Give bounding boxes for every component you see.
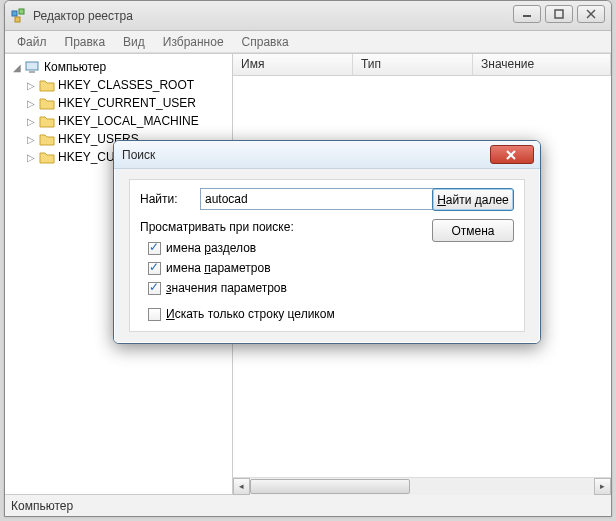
col-value[interactable]: Значение <box>473 54 611 75</box>
menu-file[interactable]: Файл <box>9 33 55 51</box>
folder-icon <box>39 131 55 147</box>
scroll-right-button[interactable]: ▸ <box>594 478 611 495</box>
collapse-icon[interactable]: ◢ <box>11 61 23 73</box>
statusbar: Компьютер <box>5 494 611 516</box>
find-next-button[interactable]: Найти далее <box>432 188 514 211</box>
maximize-button[interactable] <box>545 5 573 23</box>
scroll-thumb[interactable] <box>250 479 410 494</box>
tree-item[interactable]: ▷ HKEY_CURRENT_USER <box>7 94 230 112</box>
svg-rect-1 <box>19 9 24 14</box>
menu-help[interactable]: Справка <box>234 33 297 51</box>
folder-icon <box>39 149 55 165</box>
chk-values-label: имена параметров <box>166 261 271 275</box>
look-at-label: Просматривать при поиске: <box>140 220 430 234</box>
chk-keys[interactable] <box>148 242 161 255</box>
chk-whole-string[interactable] <box>148 308 161 321</box>
regedit-icon <box>11 8 27 24</box>
expand-icon[interactable]: ▷ <box>25 151 37 163</box>
look-at-group: Просматривать при поиске: имена разделов… <box>140 220 430 298</box>
computer-icon <box>25 59 41 75</box>
close-button[interactable] <box>577 5 605 23</box>
chk-data[interactable] <box>148 282 161 295</box>
find-label: Найти: <box>140 192 200 206</box>
scroll-left-button[interactable]: ◂ <box>233 478 250 495</box>
menu-view[interactable]: Вид <box>115 33 153 51</box>
menu-edit[interactable]: Правка <box>57 33 114 51</box>
statusbar-text: Компьютер <box>11 499 73 513</box>
chk-values[interactable] <box>148 262 161 275</box>
tree-item-label: HKEY_CLASSES_ROOT <box>58 78 194 92</box>
tree-root-label: Компьютер <box>44 60 106 74</box>
tree-item[interactable]: ▷ HKEY_CLASSES_ROOT <box>7 76 230 94</box>
folder-icon <box>39 77 55 93</box>
folder-icon <box>39 95 55 111</box>
window-controls <box>513 5 605 23</box>
dialog-body: Найти: Просматривать при поиске: имена р… <box>114 169 540 343</box>
expand-icon[interactable]: ▷ <box>25 97 37 109</box>
chk-keys-label: имена разделов <box>166 241 256 255</box>
expand-icon[interactable]: ▷ <box>25 79 37 91</box>
minimize-button[interactable] <box>513 5 541 23</box>
scroll-track[interactable] <box>250 478 594 495</box>
menu-favorites[interactable]: Избранное <box>155 33 232 51</box>
svg-rect-8 <box>29 71 35 73</box>
chk-data-label: значения параметров <box>166 281 287 295</box>
window-title: Редактор реестра <box>33 9 133 23</box>
expand-icon[interactable]: ▷ <box>25 115 37 127</box>
dialog-close-button[interactable] <box>490 145 534 164</box>
expand-icon[interactable]: ▷ <box>25 133 37 145</box>
menubar: Файл Правка Вид Избранное Справка <box>5 31 611 53</box>
find-dialog[interactable]: Поиск Найти: Просматривать при поиске: и… <box>113 140 541 344</box>
chk-whole-string-label: Искать только строку целиком <box>166 307 335 321</box>
cancel-button[interactable]: Отмена <box>432 219 514 242</box>
titlebar[interactable]: Редактор реестра <box>5 1 611 31</box>
folder-icon <box>39 113 55 129</box>
svg-rect-0 <box>12 11 17 16</box>
col-type[interactable]: Тип <box>353 54 473 75</box>
tree-item[interactable]: ▷ HKEY_LOCAL_MACHINE <box>7 112 230 130</box>
dialog-title: Поиск <box>122 148 155 162</box>
svg-rect-4 <box>555 10 563 18</box>
tree-root[interactable]: ◢ Компьютер <box>7 58 230 76</box>
dialog-inner: Найти: Просматривать при поиске: имена р… <box>129 179 525 332</box>
close-icon <box>506 150 518 160</box>
list-header: Имя Тип Значение <box>233 54 611 76</box>
svg-rect-2 <box>15 17 20 22</box>
tree-item-label: HKEY_LOCAL_MACHINE <box>58 114 199 128</box>
horizontal-scrollbar[interactable]: ◂ ▸ <box>233 477 611 494</box>
col-name[interactable]: Имя <box>233 54 353 75</box>
tree-item-label: HKEY_CURRENT_USER <box>58 96 196 110</box>
dialog-titlebar[interactable]: Поиск <box>114 141 540 169</box>
svg-rect-7 <box>26 62 38 70</box>
